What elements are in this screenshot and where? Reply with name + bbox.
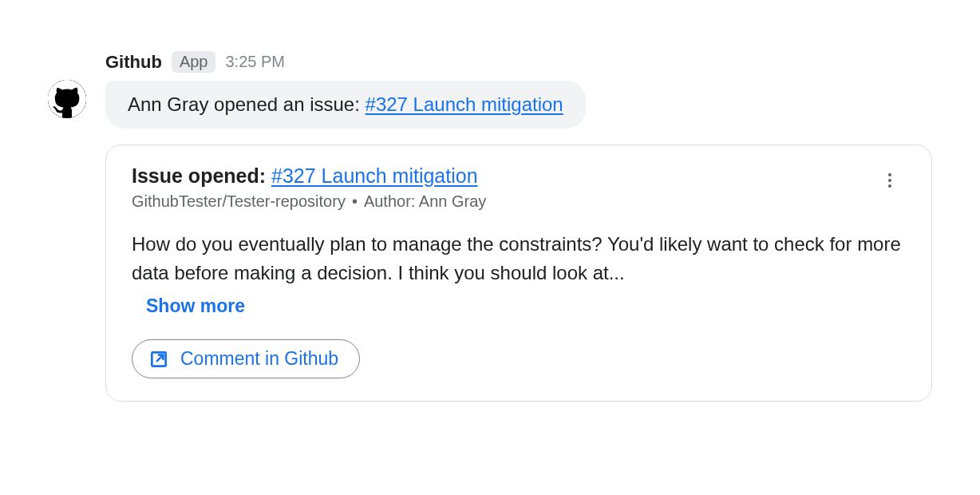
message-row: Github App 3:25 PM Ann Gray opened an is… [48, 51, 932, 402]
action-row: Comment in Github [132, 339, 906, 378]
github-avatar [48, 80, 86, 118]
issue-body: How do you eventually plan to manage the… [132, 230, 906, 287]
message-header: Github App 3:25 PM [105, 51, 932, 73]
svg-point-2 [888, 179, 891, 182]
more-vert-icon [880, 171, 899, 190]
svg-point-1 [888, 173, 891, 176]
app-badge: App [172, 51, 216, 73]
action-label: Comment in Github [180, 348, 338, 370]
issue-card: Issue opened: #327 Launch mitigation Git… [105, 145, 932, 402]
issue-meta: GithubTester/Tester-repository•Author: A… [132, 192, 874, 211]
more-options-button[interactable] [874, 164, 906, 196]
github-icon [48, 80, 86, 118]
message-card: Github App 3:25 PM Ann Gray opened an is… [0, 0, 980, 495]
summary-text: Ann Gray opened an issue: [128, 93, 366, 115]
issue-title-link[interactable]: #327 Launch mitigation [271, 164, 478, 187]
sender-name: Github [105, 52, 162, 73]
show-more-button[interactable]: Show more [146, 295, 245, 317]
issue-title-prefix: Issue opened: [132, 164, 271, 187]
message-content: Github App 3:25 PM Ann Gray opened an is… [105, 51, 932, 402]
timestamp: 3:25 PM [225, 53, 284, 71]
svg-point-3 [888, 184, 891, 188]
meta-separator: • [352, 192, 358, 210]
summary-issue-link[interactable]: #327 Launch mitigation [366, 93, 563, 115]
summary-bubble: Ann Gray opened an issue: #327 Launch mi… [105, 81, 586, 129]
issue-title: Issue opened: #327 Launch mitigation [132, 164, 874, 188]
comment-in-github-button[interactable]: Comment in Github [132, 339, 360, 378]
issue-header: Issue opened: #327 Launch mitigation Git… [132, 164, 906, 211]
issue-title-block: Issue opened: #327 Launch mitigation Git… [132, 164, 874, 211]
issue-repo: GithubTester/Tester-repository [132, 192, 346, 210]
issue-author: Author: Ann Gray [364, 192, 486, 210]
open-external-icon [148, 349, 169, 370]
